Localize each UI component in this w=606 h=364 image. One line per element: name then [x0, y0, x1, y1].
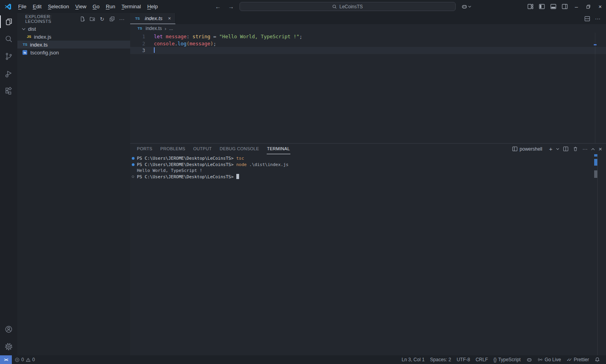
terminal-line-1: PS C:\Users\JEROME\Desktop\LeCoinsTS> ts…: [132, 155, 606, 162]
terminal-scrollbar[interactable]: [597, 154, 598, 355]
menu-file[interactable]: File: [15, 2, 30, 11]
search-label: LeCoinsTS: [339, 4, 363, 9]
code-line-3[interactable]: 3: [130, 47, 606, 54]
panel-tab-output[interactable]: OUTPUT: [193, 144, 212, 154]
tab-label: index.ts: [145, 15, 163, 21]
token: message: [189, 41, 210, 47]
warning-count: 0: [32, 357, 35, 362]
workbench: EXPLORER: LECOINSTS ↻: [0, 13, 606, 355]
menu-help[interactable]: Help: [144, 2, 161, 11]
terminal-output[interactable]: PS C:\Users\JEROME\Desktop\LeCoinsTS> ts…: [130, 154, 606, 355]
new-folder-icon[interactable]: [88, 15, 97, 23]
customize-layout-button[interactable]: [525, 0, 536, 13]
terminal-text: .\dist\index.js: [247, 162, 288, 167]
forward-button[interactable]: →: [226, 3, 236, 10]
menu-edit[interactable]: Edit: [30, 2, 45, 11]
toggle-secondary-sidebar-button[interactable]: [559, 0, 570, 13]
new-file-icon[interactable]: [78, 15, 87, 23]
menu-view[interactable]: View: [72, 2, 90, 11]
eol-status[interactable]: CRLF: [473, 355, 490, 364]
file-tree: distJSindex.jsTSindex.tststsconfig.json: [17, 25, 130, 56]
terminal-text: PS C:\Users\JEROME\Desktop\LeCoinsTS>: [137, 162, 236, 167]
run-debug-activity-icon[interactable]: [0, 65, 17, 82]
token: [163, 34, 166, 39]
prettier-status[interactable]: ✓✓ Prettier: [564, 355, 592, 364]
back-button[interactable]: ←: [213, 3, 223, 10]
breadcrumb-separator-icon: ›: [165, 26, 166, 32]
breadcrumb-file[interactable]: index.ts: [146, 26, 162, 31]
menu-go[interactable]: Go: [90, 2, 103, 11]
file-tsconfig-json[interactable]: tstsconfig.json: [17, 49, 130, 56]
command-center-search[interactable]: LeCoinsTS: [239, 2, 456, 11]
tsconfig-file-icon: ts: [22, 50, 27, 55]
indentation-status[interactable]: Spaces: 2: [427, 355, 454, 364]
tab-index-ts[interactable]: TS index.ts ×: [130, 13, 176, 24]
menu-run[interactable]: Run: [103, 2, 118, 11]
toggle-panel-button[interactable]: [548, 0, 559, 13]
terminal-text: PS C:\Users\JEROME\Desktop\LeCoinsTS>: [137, 174, 236, 179]
panel-tab-debug-console[interactable]: DEBUG CONSOLE: [219, 144, 260, 154]
panel-tab-ports[interactable]: PORTS: [137, 144, 153, 154]
cursor-position-status[interactable]: Ln 3, Col 1: [399, 355, 427, 364]
vscode-logo: [4, 3, 12, 11]
panel-tab-problems[interactable]: PROBLEMS: [160, 144, 186, 154]
terminal-line-2: PS C:\Users\JEROME\Desktop\LeCoinsTS> no…: [132, 162, 606, 168]
problems-status[interactable]: 0 0: [12, 355, 37, 364]
folder-dist[interactable]: dist: [17, 25, 130, 33]
encoding-status[interactable]: UTF-8: [454, 355, 473, 364]
notifications-bell[interactable]: [592, 355, 603, 364]
language-mode-status[interactable]: {} TypeScript: [491, 355, 524, 364]
file-index-js[interactable]: JSindex.js: [17, 33, 130, 41]
source-control-activity-icon[interactable]: [0, 48, 17, 65]
copilot-status[interactable]: [524, 355, 535, 364]
close-window-button[interactable]: ×: [594, 0, 606, 13]
split-editor-icon[interactable]: [584, 16, 590, 21]
language-label: TypeScript: [498, 357, 521, 362]
kill-terminal-icon[interactable]: [573, 146, 578, 151]
git-branch-icon: [4, 52, 13, 61]
go-live-status[interactable]: Go Live: [535, 355, 564, 364]
copilot-menu-button[interactable]: [460, 3, 472, 11]
close-panel-icon[interactable]: ×: [599, 146, 602, 152]
terminal-instance-tab[interactable]: powershell: [512, 146, 542, 152]
code-line-1[interactable]: 1let message: string = "Hello World, Typ…: [130, 33, 606, 40]
toggle-primary-sidebar-button[interactable]: [536, 0, 548, 13]
editor-scrollbar[interactable]: [595, 33, 595, 143]
line-content: let message: string = "Hello World, Type…: [145, 33, 302, 40]
prettier-label: Prettier: [574, 357, 589, 362]
extensions-activity-icon[interactable]: [0, 82, 17, 100]
chevron-down-icon: [468, 4, 471, 7]
menu-selection[interactable]: Selection: [45, 2, 72, 11]
remote-indicator[interactable]: ><: [0, 355, 12, 364]
refresh-icon[interactable]: ↻: [98, 15, 107, 23]
menu-terminal[interactable]: Terminal: [118, 2, 144, 11]
explorer-activity-icon[interactable]: [0, 13, 17, 30]
minimize-button[interactable]: –: [570, 0, 582, 13]
search-activity-icon[interactable]: [0, 30, 17, 48]
panel-tab-terminal[interactable]: TERMINAL: [267, 144, 290, 154]
restore-button[interactable]: [582, 0, 594, 13]
search-icon: [332, 4, 337, 9]
terminal-text: PS C:\Users\JEROME\Desktop\LeCoinsTS>: [137, 156, 236, 161]
code-line-2[interactable]: 2console.log(message);: [130, 40, 606, 47]
breadcrumb[interactable]: TS index.ts › ...: [130, 24, 606, 33]
more-editor-actions-icon[interactable]: ···: [595, 15, 600, 22]
panel-more-actions-icon[interactable]: ···: [582, 146, 587, 152]
more-actions-icon[interactable]: ···: [118, 15, 126, 23]
new-terminal-icon[interactable]: +: [549, 146, 552, 152]
tab-bar: TS index.ts × ···: [130, 13, 606, 24]
code-editor[interactable]: 1let message: string = "Hello World, Typ…: [130, 33, 606, 143]
split-terminal-icon[interactable]: [563, 146, 569, 151]
js-file-icon: JS: [26, 35, 32, 39]
breadcrumb-symbol[interactable]: ...: [169, 26, 173, 31]
file-index-ts[interactable]: TSindex.ts: [17, 41, 130, 49]
launch-profile-chevron-icon[interactable]: [557, 149, 559, 149]
accounts-icon[interactable]: [0, 321, 17, 338]
token: message: [166, 34, 187, 39]
close-tab-icon[interactable]: ×: [167, 15, 172, 21]
settings-gear-icon[interactable]: [0, 338, 17, 355]
command-pending-decoration: [132, 175, 134, 178]
maximize-panel-icon[interactable]: [592, 147, 594, 151]
bell-icon: [595, 357, 600, 362]
collapse-folders-icon[interactable]: [108, 15, 116, 23]
